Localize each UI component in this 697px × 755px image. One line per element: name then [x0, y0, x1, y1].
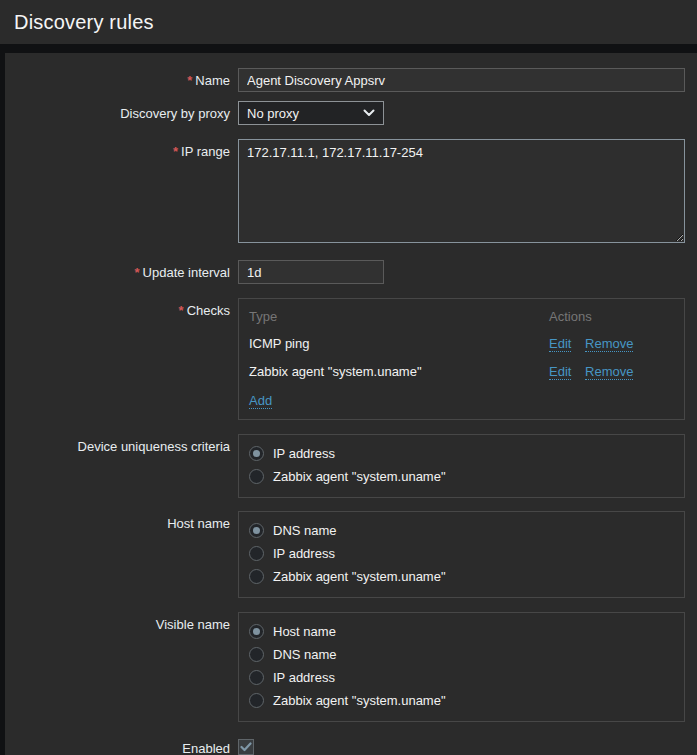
radio-option-label[interactable]: IP address [273, 446, 335, 461]
radio-option-label[interactable]: Zabbix agent "system.uname" [273, 469, 446, 484]
checks-table-header: Type Actions [249, 306, 674, 331]
radio-option-label[interactable]: DNS name [273, 647, 337, 662]
proxy-selected-value: No proxy [247, 106, 299, 121]
visible-name-row: Visible name Host name DNS name IP addre… [5, 612, 685, 722]
radio-button[interactable] [249, 693, 264, 708]
checks-col-actions: Actions [549, 309, 674, 324]
page-header-bar: Discovery rules [0, 0, 697, 44]
edit-link[interactable]: Edit [549, 336, 571, 352]
radio-button[interactable] [249, 670, 264, 685]
radio-option-zabbix-agent[interactable]: Zabbix agent "system.uname" [249, 565, 674, 588]
radio-button[interactable] [249, 647, 264, 662]
radio-option-label[interactable]: IP address [273, 670, 335, 685]
table-row: Zabbix agent "system.uname" Edit Remove [249, 359, 674, 387]
radio-option-zabbix-agent[interactable]: Zabbix agent "system.uname" [249, 689, 674, 712]
radio-option-label[interactable]: Zabbix agent "system.uname" [273, 569, 446, 584]
required-marker: * [134, 265, 139, 280]
radio-option-label[interactable]: Host name [273, 624, 336, 639]
remove-link[interactable]: Remove [585, 364, 633, 380]
update-interval-input[interactable] [238, 260, 384, 284]
update-interval-row: *Update interval [5, 260, 685, 284]
checks-label: *Checks [5, 298, 230, 318]
radio-option-dns-name[interactable]: DNS name [249, 519, 674, 542]
enabled-row: Enabled [5, 736, 685, 755]
radio-option-label[interactable]: Zabbix agent "system.uname" [273, 693, 446, 708]
radio-option-label[interactable]: IP address [273, 546, 335, 561]
radio-option-ip-address[interactable]: IP address [249, 442, 674, 465]
checkmark-icon [240, 742, 252, 752]
checks-row: *Checks Type Actions ICMP ping Edit Remo… [5, 298, 685, 420]
table-row: ICMP ping Edit Remove [249, 331, 674, 359]
name-input[interactable] [238, 68, 685, 92]
radio-button[interactable] [249, 523, 264, 538]
radio-button[interactable] [249, 469, 264, 484]
checks-table: Type Actions ICMP ping Edit Remove Zabbi… [238, 298, 685, 420]
page-title: Discovery rules [14, 11, 154, 34]
discovery-rule-form: *Name Discovery by proxy No proxy *IP ra… [5, 53, 697, 755]
radio-option-host-name[interactable]: Host name [249, 620, 674, 643]
radio-button[interactable] [249, 569, 264, 584]
uniqueness-row: Device uniqueness criteria IP address Za… [5, 434, 685, 498]
edit-link[interactable]: Edit [549, 364, 571, 380]
required-marker: * [187, 73, 192, 88]
proxy-row: Discovery by proxy No proxy [5, 101, 685, 125]
visible-name-label: Visible name [5, 612, 230, 632]
proxy-select[interactable]: No proxy [238, 101, 384, 125]
ip-range-row: *IP range 172.17.11.1, 172.17.11.17-254 [5, 139, 685, 246]
uniqueness-radio-group: IP address Zabbix agent "system.uname" [238, 434, 685, 498]
host-name-label: Host name [5, 511, 230, 531]
visible-name-radio-group: Host name DNS name IP address Zabbix age… [238, 612, 685, 722]
name-label: *Name [5, 68, 230, 88]
required-marker: * [179, 303, 184, 318]
add-check-link[interactable]: Add [249, 393, 272, 409]
host-name-row: Host name DNS name IP address Zabbix age… [5, 511, 685, 598]
radio-option-label[interactable]: DNS name [273, 523, 337, 538]
required-marker: * [173, 144, 178, 159]
remove-link[interactable]: Remove [585, 336, 633, 352]
check-type: ICMP ping [249, 336, 549, 351]
proxy-label: Discovery by proxy [5, 101, 230, 121]
radio-button[interactable] [249, 624, 264, 639]
ip-range-label: *IP range [5, 139, 230, 159]
uniqueness-label: Device uniqueness criteria [5, 434, 230, 454]
enabled-label: Enabled [5, 736, 230, 755]
checks-col-type: Type [249, 309, 549, 324]
enabled-checkbox[interactable] [238, 739, 254, 755]
radio-button[interactable] [249, 446, 264, 461]
update-interval-label: *Update interval [5, 260, 230, 280]
check-type: Zabbix agent "system.uname" [249, 364, 549, 379]
name-row: *Name [5, 68, 685, 92]
radio-option-dns-name[interactable]: DNS name [249, 643, 674, 666]
chevron-down-icon [363, 109, 375, 117]
ip-range-textarea[interactable]: 172.17.11.1, 172.17.11.17-254 [238, 139, 685, 243]
host-name-radio-group: DNS name IP address Zabbix agent "system… [238, 511, 685, 598]
radio-option-ip-address[interactable]: IP address [249, 542, 674, 565]
radio-button[interactable] [249, 546, 264, 561]
radio-option-zabbix-agent[interactable]: Zabbix agent "system.uname" [249, 465, 674, 488]
radio-option-ip-address[interactable]: IP address [249, 666, 674, 689]
